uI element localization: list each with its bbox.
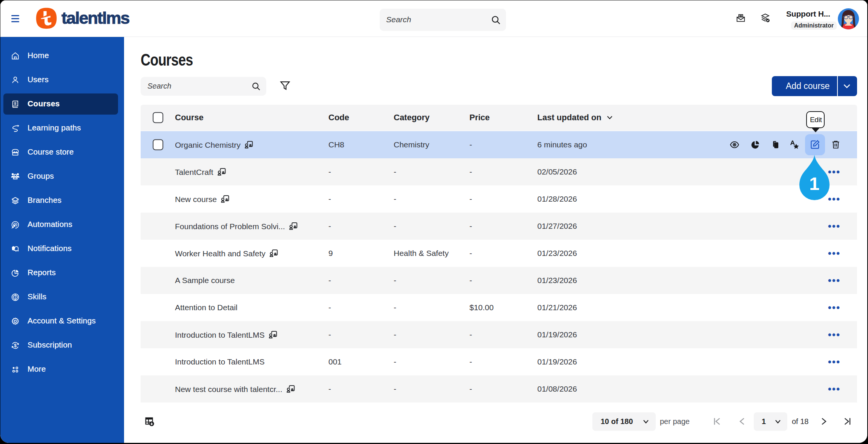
- svg-text:$: $: [14, 343, 17, 348]
- svg-text:1: 1: [809, 173, 819, 194]
